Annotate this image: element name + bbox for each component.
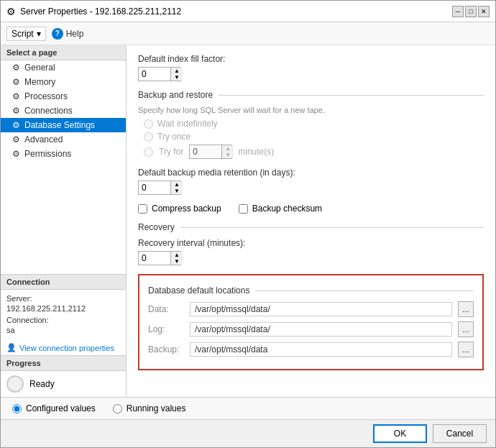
server-label-text: Server: [6, 294, 120, 303]
connection-info: Server: 192.168.225.211,2112 Connection:… [1, 290, 126, 340]
media-retention-input[interactable] [139, 181, 170, 194]
backup-section-label: Backup and restore [138, 90, 213, 100]
backup-browse-button[interactable]: … [458, 342, 474, 357]
recovery-interval-input[interactable] [139, 252, 170, 265]
processors-icon: ⚙ [12, 91, 20, 101]
sidebar-item-memory[interactable]: ⚙ Memory [1, 75, 126, 89]
recovery-interval-increment[interactable]: ▲ [171, 252, 183, 258]
view-connection-properties-link[interactable]: 👤 View connection properties [1, 340, 126, 355]
backup-section-line [219, 95, 484, 96]
sidebar-item-permissions[interactable]: ⚙ Permissions [1, 147, 126, 161]
link-icon: 👤 [6, 343, 17, 352]
db-locations-panel: Database default locations Data: … Log: … [138, 274, 484, 370]
recovery-interval-spinbox-buttons: ▲ ▼ [170, 252, 183, 265]
toolbar: Script ▾ ? Help [1, 22, 495, 45]
try-for-spinbox-buttons: ▲ ▼ [221, 145, 234, 158]
sidebar-item-processors-label: Processors [24, 91, 68, 101]
index-fill-input[interactable] [139, 68, 170, 81]
backup-loc-label: Backup: [148, 344, 184, 355]
sidebar: Select a page ⚙ General ⚙ Memory ⚙ Proce… [1, 45, 127, 397]
db-locations-header: Database default locations [148, 285, 474, 296]
try-for-radio[interactable] [144, 147, 153, 157]
compress-backup-label: Compress backup [152, 204, 221, 214]
sidebar-item-memory-label: Memory [24, 77, 55, 87]
progress-section-label: Progress [1, 355, 126, 371]
window-title: Server Properties - 192.168.225.211,2112 [20, 6, 452, 17]
recovery-interval-spinbox: ▲ ▼ [138, 251, 181, 265]
help-icon: ? [52, 28, 63, 40]
sidebar-item-general[interactable]: ⚙ General [1, 60, 126, 75]
memory-icon: ⚙ [12, 77, 20, 87]
main-window: ⚙ Server Properties - 192.168.225.211,21… [0, 0, 496, 448]
try-once-radio[interactable] [144, 132, 153, 142]
media-retention-decrement[interactable]: ▼ [171, 188, 183, 194]
progress-circle [6, 375, 24, 393]
running-values-radio[interactable] [113, 404, 122, 413]
backup-checksum-label: Backup checksum [252, 204, 322, 214]
index-fill-decrement[interactable]: ▼ [171, 74, 183, 81]
backup-location-row: Backup: … [148, 342, 474, 357]
backup-hint: Specify how long SQL Server will wait fo… [138, 106, 484, 114]
data-label: Data: [148, 304, 184, 314]
ok-button[interactable]: OK [373, 424, 427, 443]
data-path-input[interactable] [190, 302, 452, 316]
minutes-label: minute(s) [238, 147, 274, 157]
media-retention-spinbox-buttons: ▲ ▼ [170, 181, 183, 194]
recovery-section-header: Recovery [138, 222, 484, 232]
configured-values-radio[interactable] [12, 404, 22, 413]
media-retention-increment[interactable]: ▲ [171, 181, 183, 188]
sidebar-item-advanced-label: Advanced [24, 134, 63, 145]
try-for-increment[interactable]: ▲ [222, 145, 234, 152]
recovery-section-label: Recovery [138, 222, 175, 232]
compress-backup-checkbox[interactable] [138, 204, 147, 214]
cancel-button[interactable]: Cancel [433, 424, 487, 443]
sidebar-bottom: Connection Server: 192.168.225.211,2112 … [1, 274, 126, 397]
index-fill-spinbox-buttons: ▲ ▼ [170, 68, 183, 81]
backup-path-input[interactable] [190, 342, 452, 357]
index-fill-spinbox: ▲ ▼ [138, 67, 181, 81]
index-fill-label: Default index fill factor: [138, 54, 484, 64]
progress-area: Ready [1, 371, 126, 397]
title-bar-buttons: ─ □ ✕ [452, 6, 490, 17]
script-button[interactable]: Script ▾ [6, 27, 46, 41]
media-retention-label: Default backup media retention (in days)… [138, 168, 484, 178]
server-value: 192.168.225.211,2112 [6, 304, 120, 313]
close-button[interactable]: ✕ [478, 6, 490, 17]
configured-values-row: Configured values [12, 403, 96, 413]
script-dropdown-icon: ▾ [37, 29, 41, 39]
sidebar-item-permissions-label: Permissions [24, 149, 71, 159]
media-retention-spinbox: ▲ ▼ [138, 180, 181, 195]
try-for-spinbox: ▲ ▼ [189, 145, 232, 159]
index-fill-group: Default index fill factor: ▲ ▼ [138, 54, 484, 81]
main-content: Default index fill factor: ▲ ▼ Backup an… [127, 45, 495, 397]
log-path-input[interactable] [190, 322, 452, 337]
sidebar-item-processors[interactable]: ⚙ Processors [1, 89, 126, 104]
minimize-button[interactable]: ─ [452, 6, 464, 17]
wait-indefinitely-radio[interactable] [144, 119, 153, 129]
db-locations-line [255, 291, 474, 291]
compress-backup-row: Compress backup [138, 204, 221, 214]
try-once-row: Try once [144, 132, 484, 142]
maximize-button[interactable]: □ [465, 6, 477, 17]
index-fill-increment[interactable]: ▲ [171, 68, 183, 74]
sidebar-item-connections[interactable]: ⚙ Connections [1, 104, 126, 118]
compress-checksum-group: Compress backup Backup checksum [138, 204, 484, 214]
progress-status: Ready [29, 379, 55, 389]
running-values-row: Running values [113, 403, 186, 413]
try-for-decrement[interactable]: ▼ [222, 152, 234, 158]
footer: OK Cancel [1, 419, 495, 447]
sidebar-item-database-settings[interactable]: ⚙ Database Settings [1, 118, 126, 132]
backup-checksum-checkbox[interactable] [239, 204, 248, 214]
connections-icon: ⚙ [12, 106, 20, 116]
try-for-label: Try for [159, 147, 183, 157]
recovery-interval-decrement[interactable]: ▼ [171, 258, 183, 265]
log-browse-button[interactable]: … [458, 321, 474, 337]
tape-radio-group: Wait indefinitely Try once Try for ▲ [138, 119, 484, 159]
running-values-label: Running values [127, 403, 186, 413]
try-for-input[interactable] [190, 145, 221, 158]
data-browse-button[interactable]: … [458, 301, 474, 317]
sidebar-item-advanced[interactable]: ⚙ Advanced [1, 132, 126, 147]
recovery-interval-label: Recovery interval (minutes): [138, 238, 484, 248]
database-settings-icon: ⚙ [12, 120, 20, 130]
log-location-row: Log: … [148, 321, 474, 337]
